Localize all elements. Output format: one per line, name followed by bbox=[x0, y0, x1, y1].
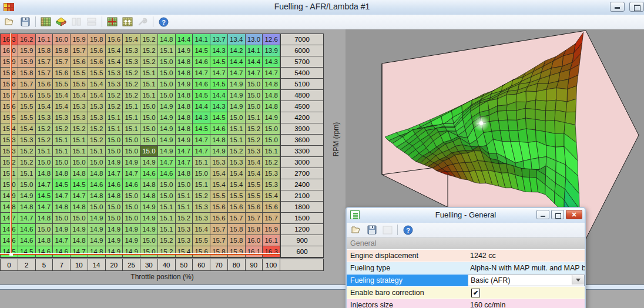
afr-cell[interactable]: 15.1 bbox=[123, 112, 140, 123]
afr-cell[interactable]: 15.1 bbox=[158, 202, 176, 213]
afr-cell[interactable]: 14.8 bbox=[176, 90, 193, 101]
afr-cell[interactable]: 14.8 bbox=[176, 68, 193, 79]
afr-cell[interactable]: 14.6 bbox=[140, 168, 158, 179]
afr-cell[interactable]: 14.9 bbox=[88, 224, 106, 235]
baro-correction-checkbox[interactable]: ✔ bbox=[471, 289, 480, 297]
afr-cell[interactable]: 15.7 bbox=[246, 213, 263, 224]
afr-cell[interactable]: 15.4 bbox=[18, 123, 36, 135]
afr-cell[interactable]: 14.9 bbox=[140, 213, 158, 224]
afr-cell[interactable]: 15.3 bbox=[263, 168, 280, 179]
afr-cell[interactable]: 15.2 bbox=[263, 157, 280, 168]
afr-cell[interactable]: 14.8 bbox=[176, 123, 193, 135]
afr-cell[interactable]: 13.4 bbox=[228, 34, 246, 45]
afr-cell[interactable]: 15.0 bbox=[53, 157, 71, 168]
afr-cell[interactable]: 14.7 bbox=[71, 190, 88, 202]
afr-cell[interactable]: 15.2 bbox=[106, 101, 123, 112]
afr-cell[interactable]: 14.8 bbox=[263, 90, 280, 101]
afr-cell[interactable]: 15.0 bbox=[158, 179, 176, 190]
afr-cell[interactable]: 16.2 bbox=[18, 34, 36, 45]
afr-cell[interactable]: 14.9 bbox=[71, 224, 88, 235]
dialog-close-button[interactable]: ✕ bbox=[566, 210, 582, 219]
afr-cell[interactable]: 15.1 bbox=[193, 179, 210, 190]
afr-cell[interactable]: 14.7 bbox=[193, 68, 210, 79]
afr-cell[interactable]: 15.0 bbox=[140, 112, 158, 123]
afr-cell[interactable]: 15.0 bbox=[158, 68, 176, 79]
afr-cell[interactable]: 15.1 bbox=[123, 101, 140, 112]
afr-cell[interactable]: 15.4 bbox=[53, 90, 71, 101]
restore-button[interactable] bbox=[629, 2, 644, 12]
afr-cell[interactable]: 15.2 bbox=[193, 190, 210, 202]
afr-cell[interactable]: 15.4 bbox=[123, 34, 140, 45]
save-button[interactable] bbox=[18, 16, 32, 28]
afr-cell[interactable]: 16.1 bbox=[36, 34, 53, 45]
afr-cell[interactable]: 15.3 bbox=[18, 135, 36, 146]
afr-cell[interactable]: 14.9 bbox=[176, 45, 193, 56]
afr-cell[interactable]: 15.6 bbox=[210, 202, 228, 213]
afr-cell[interactable]: 14.8 bbox=[263, 79, 280, 90]
afr-cell[interactable]: 14.9 bbox=[158, 135, 176, 146]
afr-cell[interactable]: 15.7 bbox=[36, 56, 53, 68]
afr-cell[interactable]: 15.5 bbox=[193, 235, 210, 246]
afr-cell[interactable]: 15.0 bbox=[246, 79, 263, 90]
dialog-minimize-button[interactable] bbox=[536, 210, 549, 219]
afr-cell[interactable]: 15.5 bbox=[18, 101, 36, 112]
table-scale-button[interactable] bbox=[120, 16, 135, 28]
afr-cell[interactable]: 14.9 bbox=[123, 235, 140, 246]
afr-cell[interactable]: 15.2 bbox=[140, 34, 158, 45]
afr-cell[interactable]: 14.7 bbox=[210, 68, 228, 79]
afr-cell[interactable]: 14.9 bbox=[1, 190, 18, 202]
afr-cell[interactable]: 14.8 bbox=[140, 190, 158, 202]
afr-cell[interactable]: 15.0 bbox=[246, 101, 263, 112]
afr-cell[interactable]: 14.1 bbox=[193, 34, 210, 45]
afr-cell[interactable]: 15.6 bbox=[88, 45, 106, 56]
afr-cell[interactable]: 15.5 bbox=[53, 79, 71, 90]
afr-cell[interactable]: 15.5 bbox=[246, 190, 263, 202]
afr-cell[interactable]: 12.6 bbox=[263, 34, 280, 45]
afr-cell[interactable]: 13.0 bbox=[246, 34, 263, 45]
afr-cell[interactable]: 15.6 bbox=[263, 202, 280, 213]
afr-cell[interactable]: 15.0 bbox=[123, 135, 140, 146]
afr-cell[interactable]: 15.0 bbox=[158, 79, 176, 90]
afr-cell[interactable]: 15.2 bbox=[246, 135, 263, 146]
afr-cell[interactable]: 15.5 bbox=[228, 190, 246, 202]
afr-cell[interactable]: 14.8 bbox=[36, 168, 53, 179]
afr-cell[interactable]: 15.3 bbox=[176, 224, 193, 235]
afr-cell[interactable]: 15.7 bbox=[53, 56, 71, 68]
afr-cell[interactable]: 14.3 bbox=[210, 45, 228, 56]
afr-cell[interactable]: 15.9 bbox=[228, 246, 246, 257]
afr-table[interactable]: 16.316.216.116.015.915.815.615.415.214.8… bbox=[0, 34, 281, 258]
afr-cell[interactable]: 15.0 bbox=[106, 202, 123, 213]
afr-cell[interactable]: 14.9 bbox=[158, 123, 176, 135]
afr-cell[interactable]: 15.6 bbox=[193, 246, 210, 257]
afr-cell[interactable]: 15.0 bbox=[36, 224, 53, 235]
afr-cell[interactable]: 13.7 bbox=[210, 34, 228, 45]
afr-cell[interactable]: 16.1 bbox=[246, 246, 263, 257]
afr-cell[interactable]: 15.4 bbox=[88, 90, 106, 101]
afr-cell[interactable]: 16.0 bbox=[246, 235, 263, 246]
afr-cell[interactable]: 14.5 bbox=[193, 90, 210, 101]
afr-cell[interactable]: 15.3 bbox=[210, 157, 228, 168]
afr-cell[interactable]: 14.6 bbox=[106, 179, 123, 190]
afr-cell[interactable]: 14.9 bbox=[123, 224, 140, 235]
afr-cell[interactable]: 15.3 bbox=[1, 146, 18, 157]
afr-cell[interactable]: 14.9 bbox=[228, 101, 246, 112]
property-value[interactable]: 160 cc/min bbox=[468, 299, 585, 308]
afr-cell[interactable]: 15.0 bbox=[1, 179, 18, 190]
afr-cell[interactable]: 15.0 bbox=[158, 190, 176, 202]
afr-cell[interactable]: 15.7 bbox=[36, 68, 53, 79]
afr-cell[interactable]: 15.1 bbox=[140, 79, 158, 90]
afr-cell[interactable]: 15.3 bbox=[53, 112, 71, 123]
afr-cell[interactable]: 14.9 bbox=[158, 112, 176, 123]
fuelling-general-dialog[interactable]: Fuelling - General ✕ ? General Engine di… bbox=[346, 207, 586, 308]
afr-cell[interactable]: 15.1 bbox=[158, 213, 176, 224]
afr-cell[interactable]: 14.8 bbox=[176, 56, 193, 68]
afr-cell[interactable]: 15.2 bbox=[140, 45, 158, 56]
afr-cell[interactable]: 15.3 bbox=[123, 56, 140, 68]
afr-cell[interactable]: 15.1 bbox=[263, 146, 280, 157]
afr-cell[interactable]: 15.3 bbox=[176, 235, 193, 246]
afr-cell[interactable]: 14.9 bbox=[263, 112, 280, 123]
afr-cell[interactable]: 14.7 bbox=[246, 68, 263, 79]
afr-cell[interactable]: 14.7 bbox=[53, 235, 71, 246]
afr-cell[interactable]: 15.5 bbox=[18, 112, 36, 123]
afr-cell[interactable]: 15.1 bbox=[176, 202, 193, 213]
